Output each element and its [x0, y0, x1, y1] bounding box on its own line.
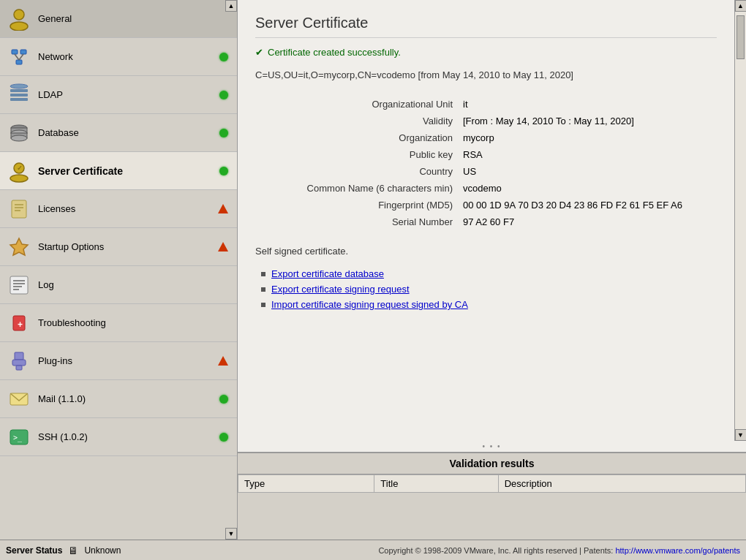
self-signed-text: Self signed certificate. — [255, 246, 717, 257]
status-bar: Server Status 🖥 Unknown Copyright © 1998… — [0, 540, 746, 560]
sidebar-item-ldap[interactable]: LDAP — [0, 76, 237, 114]
log-icon — [6, 272, 32, 298]
cert-field-label: Serial Number — [257, 214, 461, 230]
sidebar-item-label-mail: Mail (1.1.0) — [38, 393, 219, 404]
link-item-export-db: Export certificate database — [261, 268, 717, 279]
cert-field-value: vcodemo — [463, 181, 715, 196]
cert-field-row: CountryUS — [257, 164, 715, 179]
cert-field-label: Country — [257, 164, 461, 179]
bullet-icon — [261, 272, 265, 276]
validation-col-type: Type — [238, 475, 374, 493]
status-warning-plug-ins — [218, 356, 228, 366]
cert-field-label: Fingerprint (MD5) — [257, 197, 461, 213]
svg-rect-19 — [12, 200, 26, 218]
svg-marker-23 — [10, 238, 28, 255]
server-certificate-icon: ✓ — [6, 158, 32, 184]
sidebar-item-ssh[interactable]: >_SSH (1.0.2) — [0, 418, 237, 456]
patent-link[interactable]: http://www.vmware.com/go/patents — [615, 546, 740, 555]
svg-rect-31 — [15, 352, 23, 360]
validation-panel: Validation results TypeTitleDescription — [238, 452, 746, 540]
mail-icon — [6, 386, 32, 412]
sidebar-scroll-up[interactable]: ▲ — [225, 0, 237, 12]
cert-field-label: Organizational Unit — [257, 97, 461, 112]
validation-col-title: Title — [374, 475, 498, 493]
sidebar-item-label-server-certificate: Server Certificate — [38, 165, 219, 177]
sidebar-item-mail[interactable]: Mail (1.1.0) — [0, 380, 237, 418]
validation-col-description: Description — [498, 475, 745, 493]
ldap-icon — [6, 82, 32, 108]
cert-field-row: Common Name (6 characters min)vcodemo — [257, 181, 715, 196]
link-export-db[interactable]: Export certificate database — [271, 268, 384, 279]
content-scroll[interactable]: Server Certificate ✔ Certificate created… — [238, 0, 734, 441]
copyright-area: Copyright © 1998-2009 VMware, Inc. All r… — [378, 546, 740, 555]
sidebar: GeneralNetworkLDAPDatabase✓Server Certif… — [0, 0, 238, 540]
cert-field-value: US — [463, 164, 715, 179]
content-scroll-down[interactable]: ▼ — [735, 429, 747, 441]
cert-field-value: 00 00 1D 9A 70 D3 20 D4 23 86 FD F2 61 F… — [463, 197, 715, 213]
svg-line-5 — [15, 54, 19, 60]
cert-field-label: Public key — [257, 147, 461, 162]
server-status-value: Unknown — [84, 545, 121, 556]
sidebar-item-label-troubleshooting: Troubleshooting — [38, 317, 231, 328]
svg-rect-2 — [12, 50, 18, 54]
server-status-label: Server Status — [6, 545, 62, 556]
content-scroll-up[interactable]: ▲ — [735, 0, 747, 12]
svg-text:✓: ✓ — [17, 164, 23, 172]
licenses-icon — [6, 196, 32, 222]
sidebar-item-troubleshooting[interactable]: +Troubleshooting — [0, 304, 237, 342]
cert-field-row: Fingerprint (MD5)00 00 1D 9A 70 D3 20 D4… — [257, 197, 715, 213]
validation-scroll[interactable]: TypeTitleDescription — [238, 474, 746, 540]
troubleshooting-icon: + — [6, 310, 32, 336]
status-green-mail — [219, 395, 228, 404]
sidebar-item-licenses[interactable]: Licenses — [0, 190, 237, 228]
links-section: Export certificate databaseExport certif… — [261, 268, 717, 310]
cert-field-value: it — [463, 97, 715, 112]
sidebar-item-label-general: General — [38, 13, 231, 24]
cert-field-value: [From : May 14, 2010 To : May 11, 2020] — [463, 113, 715, 129]
sidebar-item-plug-ins[interactable]: Plug-ins — [0, 342, 237, 380]
status-green-ldap — [219, 91, 228, 99]
sidebar-scroll-down[interactable]: ▼ — [225, 528, 237, 540]
svg-line-6 — [19, 54, 23, 60]
svg-point-17 — [10, 175, 28, 182]
link-import-csr[interactable]: Import certificate signing request signe… — [271, 299, 468, 310]
svg-text:>_: >_ — [13, 434, 23, 442]
sidebar-item-server-certificate[interactable]: ✓Server Certificate — [0, 152, 237, 190]
splitter: • • • — [238, 441, 746, 452]
plug-ins-icon — [6, 348, 32, 374]
sidebar-item-label-network: Network — [38, 51, 219, 62]
svg-rect-8 — [10, 94, 28, 97]
sidebar-item-network[interactable]: Network — [0, 38, 237, 76]
sidebar-item-database[interactable]: Database — [0, 114, 237, 152]
svg-point-1 — [10, 22, 28, 31]
content-scrollbar[interactable]: ▲ ▼ — [734, 0, 746, 441]
cert-field-value: mycorp — [463, 130, 715, 145]
checkmark-icon: ✔ — [255, 47, 263, 58]
sidebar-item-startup-options[interactable]: Startup Options — [0, 228, 237, 266]
status-warning-startup-options — [218, 242, 228, 251]
svg-rect-3 — [20, 50, 26, 54]
bullet-icon — [261, 287, 265, 292]
cert-field-row: Validity[From : May 14, 2010 To : May 11… — [257, 113, 715, 129]
link-export-csr[interactable]: Export certificate signing request — [271, 284, 410, 295]
sidebar-item-log[interactable]: Log — [0, 266, 237, 304]
page-title: Server Certificate — [255, 15, 717, 38]
link-item-export-csr: Export certificate signing request — [261, 284, 717, 295]
sidebar-item-label-startup-options: Startup Options — [38, 241, 218, 252]
sidebar-item-general[interactable]: General — [0, 0, 237, 38]
cert-field-value: 97 A2 60 F7 — [463, 214, 715, 230]
general-icon — [6, 6, 32, 32]
cert-fields-table: Organizational UnititValidity[From : May… — [255, 95, 717, 231]
content-area: Server Certificate ✔ Certificate created… — [238, 0, 746, 540]
svg-text:+: + — [18, 319, 23, 330]
cert-field-value: RSA — [463, 147, 715, 162]
svg-rect-7 — [10, 89, 28, 92]
bullet-icon — [261, 303, 265, 307]
svg-rect-32 — [12, 360, 26, 366]
cert-field-row: Organizational Unitit — [257, 97, 715, 112]
svg-rect-24 — [10, 276, 28, 294]
cert-field-label: Organization — [257, 130, 461, 145]
network-icon — [6, 44, 32, 70]
sidebar-item-label-licenses: Licenses — [38, 203, 218, 214]
cert-field-row: Public keyRSA — [257, 147, 715, 162]
